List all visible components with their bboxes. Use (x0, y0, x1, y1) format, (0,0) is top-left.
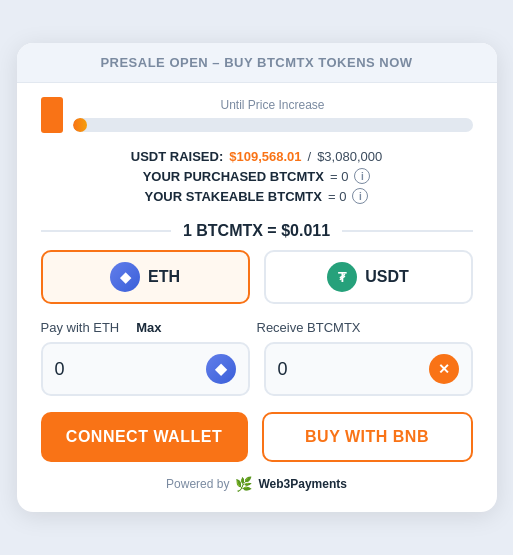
buy-with-bnb-button[interactable]: BUY WITH BNB (262, 412, 473, 462)
raised-label: USDT RAISED: (131, 149, 223, 164)
progress-bar-wrap: Until Price Increase (73, 98, 473, 132)
stakeable-label: YOUR STAKEABLE BTCMTX (145, 189, 322, 204)
purchased-value: = 0 (330, 169, 348, 184)
footer-row: Powered by 🌿 Web3Payments (17, 476, 497, 492)
raised-current: $109,568.01 (229, 149, 301, 164)
divider-right (342, 230, 472, 232)
stakeable-info-icon[interactable]: i (352, 188, 368, 204)
receive-input[interactable] (278, 359, 429, 380)
purchased-label: YOUR PURCHASED BTCMTX (143, 169, 324, 184)
raised-goal: $3,080,000 (317, 149, 382, 164)
raised-separator: / (308, 149, 312, 164)
receive-input-wrap: ✕ (264, 342, 473, 396)
action-buttons-row: CONNECT WALLET BUY WITH BNB (17, 412, 497, 462)
info-section: USDT RAISED: $109,568.01 / $3,080,000 YO… (17, 141, 497, 212)
purchased-row: YOUR PURCHASED BTCMTX = 0 i (41, 168, 473, 184)
web3-leaf-icon: 🌿 (235, 476, 252, 492)
pay-input[interactable] (55, 359, 206, 380)
progress-section: Until Price Increase (17, 83, 497, 141)
purchased-info-icon[interactable]: i (354, 168, 370, 184)
price-text: 1 BTCMTX = $0.011 (183, 222, 330, 240)
pay-eth-icon: ◆ (206, 354, 236, 384)
max-label: Max (136, 320, 161, 335)
raised-row: USDT RAISED: $109,568.01 / $3,080,000 (41, 149, 473, 164)
progress-label: Until Price Increase (73, 98, 473, 112)
progress-bar-background (73, 118, 473, 132)
receive-label: Receive BTCMTX (257, 320, 361, 335)
progress-bar-fill (73, 118, 87, 132)
orange-indicator (41, 97, 63, 133)
inputs-row: ◆ ✕ (17, 342, 497, 396)
divider-left (41, 230, 171, 232)
labels-right: Receive BTCMTX (257, 318, 473, 336)
eth-token-button[interactable]: ◆ ETH (41, 250, 250, 304)
pay-input-wrap: ◆ (41, 342, 250, 396)
usdt-button-icon: ₮ (327, 262, 357, 292)
pay-with-label: Pay with ETH (41, 320, 120, 335)
powered-by-text: Powered by (166, 477, 229, 491)
usdt-token-button[interactable]: ₮ USDT (264, 250, 473, 304)
presale-card: PRESALE OPEN – BUY BTCMTX TOKENS NOW Unt… (17, 43, 497, 512)
eth-button-icon: ◆ (110, 262, 140, 292)
token-buttons-row: ◆ ETH ₮ USDT (17, 250, 497, 304)
input-labels-row: Pay with ETH Max Receive BTCMTX (17, 318, 497, 336)
banner-text: PRESALE OPEN – BUY BTCMTX TOKENS NOW (17, 43, 497, 83)
connect-wallet-button[interactable]: CONNECT WALLET (41, 412, 248, 462)
usdt-button-label: USDT (365, 268, 409, 286)
receive-btcmtx-icon: ✕ (429, 354, 459, 384)
labels-left: Pay with ETH Max (41, 318, 257, 336)
price-divider-row: 1 BTCMTX = $0.011 (41, 222, 473, 240)
stakeable-value: = 0 (328, 189, 346, 204)
web3-brand-text: Web3Payments (258, 477, 346, 491)
stakeable-row: YOUR STAKEABLE BTCMTX = 0 i (41, 188, 473, 204)
eth-button-label: ETH (148, 268, 180, 286)
